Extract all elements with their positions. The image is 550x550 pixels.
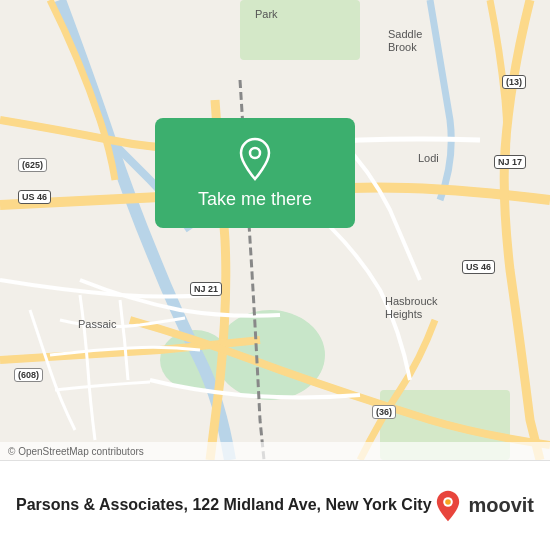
take-me-there-button[interactable]: Take me there <box>198 189 312 210</box>
map-container: Park SaddleBrook Lodi HasbrouckHeights P… <box>0 0 550 460</box>
city-label-passaic: Passaic <box>78 318 117 330</box>
route-badge-625: (625) <box>18 158 47 172</box>
route-badge-13: (13) <box>502 75 526 89</box>
route-badge-nj17: NJ 17 <box>494 155 526 169</box>
route-badge-us46-e: US 46 <box>462 260 495 274</box>
city-label-lodi: Lodi <box>418 152 439 164</box>
route-badge-608: (608) <box>14 368 43 382</box>
moovit-text: moovit <box>468 494 534 517</box>
city-label-saddlebrook: SaddleBrook <box>388 28 422 54</box>
address-title: Parsons & Associates, 122 Midland Ave, N… <box>16 495 432 516</box>
svg-point-5 <box>250 148 260 158</box>
bottom-bar: Parsons & Associates, 122 Midland Ave, N… <box>0 460 550 550</box>
route-badge-us46-w: US 46 <box>18 190 51 204</box>
location-pin-icon <box>237 137 273 181</box>
route-badge-36: (36) <box>372 405 396 419</box>
svg-point-7 <box>446 499 452 505</box>
action-card[interactable]: Take me there <box>155 118 355 228</box>
route-badge-nj21: NJ 21 <box>190 282 222 296</box>
city-label-park: Park <box>255 8 278 20</box>
map-roads <box>0 0 550 460</box>
city-label-hasbrouck: HasbrouckHeights <box>385 295 438 321</box>
map-attribution: © OpenStreetMap contributors <box>0 442 550 460</box>
moovit-logo: moovit <box>432 490 534 522</box>
moovit-pin-icon <box>432 490 464 522</box>
address-section: Parsons & Associates, 122 Midland Ave, N… <box>16 495 432 516</box>
